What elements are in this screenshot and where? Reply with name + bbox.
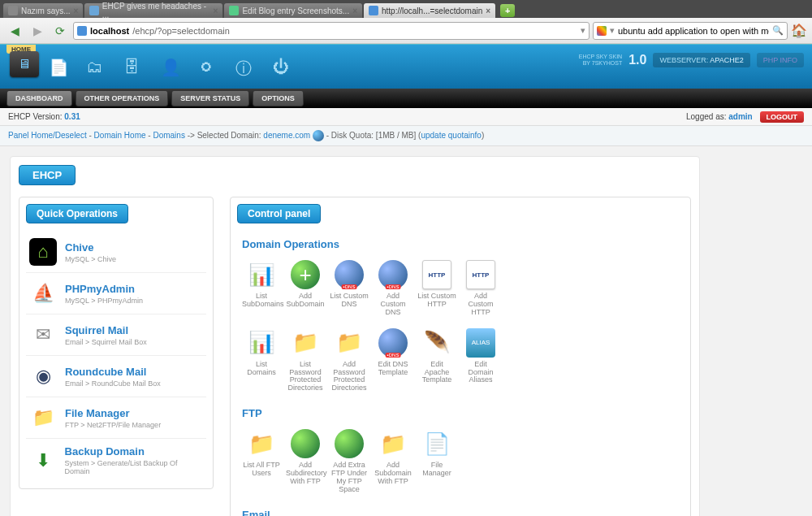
chart-icon: 📊 <box>247 328 276 358</box>
domain-ops-row2: 📊List Domains 📁List Password Protected D… <box>242 328 684 393</box>
list-subdomains[interactable]: 📊List SubDomains <box>242 260 281 317</box>
reload-button[interactable]: ⟳ <box>50 21 70 41</box>
list-pass-dirs[interactable]: 📁List Password Protected Directories <box>286 328 325 393</box>
browser-tab[interactable]: Edit Blog entry Screenshots...× <box>224 3 362 18</box>
note-icon[interactable]: 📄 <box>49 58 70 79</box>
tab-close-icon[interactable]: × <box>214 7 218 15</box>
quick-chive[interactable]: ⌂ ChiveMySQL > Chive <box>26 232 206 273</box>
phpmyadmin-icon: ⛵ <box>29 280 57 307</box>
ftp-file-manager[interactable]: 📄File Manager <box>417 429 456 494</box>
add-subdomain[interactable]: +Add SubDomain <box>286 260 325 317</box>
nav-other-ops[interactable]: OTHER OPERATIONS <box>76 90 169 106</box>
bc-domain-name[interactable]: deneme.com <box>263 131 310 140</box>
tab-label: http://localh...=selectdomain <box>382 7 482 15</box>
dns-edit-icon <box>378 328 408 358</box>
layers-icon[interactable]: 🗂 <box>86 58 107 79</box>
disk-quota: Disk Quota: [1MB / MB] <box>331 131 416 140</box>
dns-add-icon <box>378 260 408 289</box>
info-icon[interactable]: ⓘ <box>235 58 257 79</box>
bc-domains[interactable]: Domains <box>153 131 184 140</box>
panel-card: EHCP Quick Operations ⌂ ChiveMySQL > Chi… <box>10 156 700 516</box>
add-subdomain-ftp[interactable]: 📁Add Subdomain With FTP <box>374 429 412 494</box>
edit-apache-template[interactable]: 🪶Edit Apache Template <box>417 328 456 393</box>
list-custom-dns[interactable]: List Custom DNS <box>330 260 369 317</box>
webserver-link[interactable]: APACHE2 <box>710 56 743 64</box>
quick-operations-panel: Quick Operations ⌂ ChiveMySQL > Chive ⛵ … <box>19 197 214 489</box>
quick-backup[interactable]: ⬇ Backup DomainSystem > Generate/List Ba… <box>26 439 206 482</box>
add-custom-dns[interactable]: Add Custom DNS <box>374 260 412 317</box>
search-text: ubuntu add application to open with menu <box>618 26 769 36</box>
quick-filemanager[interactable]: 📁 File ManagerFTP > Net2FTP/File Manager <box>26 397 206 439</box>
dns-icon <box>335 260 364 289</box>
quick-roundcube[interactable]: ◉ Roundcube MailEmail > RoundCube Mail B… <box>26 356 206 397</box>
control-panel: Control panel Domain Operations 📊List Su… <box>230 197 691 516</box>
ftp-globe-icon <box>335 429 364 458</box>
bc-domain-home[interactable]: Domain Home <box>94 131 146 140</box>
options-icon[interactable]: ⭘ <box>198 58 219 79</box>
section-email: Email <box>242 509 684 516</box>
phpinfo-button[interactable]: PHP INFO <box>757 53 804 67</box>
quick-squirrel[interactable]: ✉ Squirrel MailEmail > Squirrel Mail Box <box>26 314 206 356</box>
tab-label: Nazım says... <box>21 7 71 15</box>
search-icon[interactable]: 🔍 <box>772 25 784 36</box>
skin-version: 1.0 <box>628 53 646 67</box>
server-icon[interactable]: 🗄 <box>123 58 145 79</box>
list-custom-http[interactable]: HTTPList Custom HTTP <box>417 260 456 317</box>
add-extra-ftp[interactable]: Add Extra FTP Under My FTP Space <box>330 429 369 494</box>
page-main: EHCP Quick Operations ⌂ ChiveMySQL > Chi… <box>0 146 812 516</box>
browser-tab-active[interactable]: http://localh...=selectdomain× <box>364 3 495 18</box>
user-icon[interactable]: 👤 <box>161 58 182 79</box>
ehcp-header: HOME 🖥 📄 🗂 🗄 👤 ⭘ ⓘ ⏻ EHCP SKY SKIN BY 7S… <box>0 44 812 89</box>
home-icon[interactable]: 🏠 <box>791 23 807 39</box>
browser-tab[interactable]: EHCP gives me headaches - ...× <box>84 3 222 18</box>
list-domains[interactable]: 📊List Domains <box>242 328 281 393</box>
webserver-badge: WEBSERVER: APACHE2 <box>653 53 749 67</box>
edit-dns-template[interactable]: Edit DNS Template <box>374 328 412 393</box>
google-icon <box>597 26 607 36</box>
tab-close-icon[interactable]: × <box>352 7 357 15</box>
monitor-icon[interactable]: 🖥 <box>10 51 39 77</box>
power-icon[interactable]: ⏻ <box>273 58 294 79</box>
domain-ops-row1: 📊List SubDomains +Add SubDomain List Cus… <box>242 260 684 317</box>
nav-server-status[interactable]: SERVER STATUS <box>171 90 249 106</box>
back-button[interactable]: ◀ <box>5 21 24 41</box>
http-add-icon: HTTP <box>466 260 495 289</box>
dropdown-icon[interactable]: ▾ <box>581 25 585 36</box>
user-link[interactable]: admin <box>728 112 752 121</box>
list-ftp-users[interactable]: 📁List All FTP Users <box>242 429 281 494</box>
site-favicon <box>77 26 87 36</box>
quick-ops-title: Quick Operations <box>26 204 128 223</box>
tab-favicon <box>89 6 98 15</box>
tab-close-icon[interactable]: × <box>74 7 79 15</box>
url-bar[interactable]: localhost/ehcp/?op=selectdomain ▾ <box>73 22 590 40</box>
ftp-folder-icon: 📁 <box>247 429 276 458</box>
nav-dashboard[interactable]: DASHBOARD <box>6 90 72 106</box>
add-pass-dirs[interactable]: 📁Add Password Protected Directories <box>330 328 369 393</box>
globe-icon[interactable] <box>313 130 324 141</box>
control-panel-title: Control panel <box>237 204 321 223</box>
section-domain-ops: Domain Operations <box>242 238 684 250</box>
tab-close-icon[interactable]: × <box>486 7 490 15</box>
header-right: EHCP SKY SKIN BY 7SKYHOST 1.0 WEBSERVER:… <box>579 53 804 67</box>
forward-button[interactable]: ▶ <box>28 21 47 41</box>
logout-button[interactable]: LOGOUT <box>760 111 805 123</box>
header-icon-row: 📄 🗂 🗄 👤 ⭘ ⓘ ⏻ <box>49 58 294 79</box>
quick-phpmyadmin[interactable]: ⛵ PHPmyAdminMySQL > PHPmyAdmin <box>26 273 206 314</box>
browser-search-input[interactable]: ▾ ubuntu add application to open with me… <box>593 22 788 40</box>
chart-icon: 📊 <box>247 260 276 289</box>
edit-domain-aliases[interactable]: ALIASEdit Domain Aliases <box>461 328 500 393</box>
file-icon: 📄 <box>422 429 451 458</box>
add-subdir-ftp[interactable]: Add Subdirectory With FTP <box>286 429 325 494</box>
bc-selected-label: Selected Domain: <box>197 131 261 140</box>
nav-options[interactable]: OPTIONS <box>253 90 304 106</box>
browser-tab[interactable]: Nazım says...× <box>3 3 83 18</box>
update-quota-link[interactable]: update quotainfo <box>421 131 482 140</box>
version-link[interactable]: 0.31 <box>64 112 80 121</box>
ftp-folder-arrow-icon: 📁 <box>378 429 408 458</box>
version-label: EHCP Version: <box>8 112 63 121</box>
new-tab-button[interactable]: + <box>500 4 515 17</box>
breadcrumb: Panel Home/Deselect - Domain Home - Doma… <box>0 126 812 146</box>
bc-panel-home[interactable]: Panel Home/Deselect <box>8 131 87 140</box>
add-custom-http[interactable]: HTTPAdd Custom HTTP <box>461 260 500 317</box>
url-path: /ehcp/?op=selectdomain <box>132 26 230 36</box>
